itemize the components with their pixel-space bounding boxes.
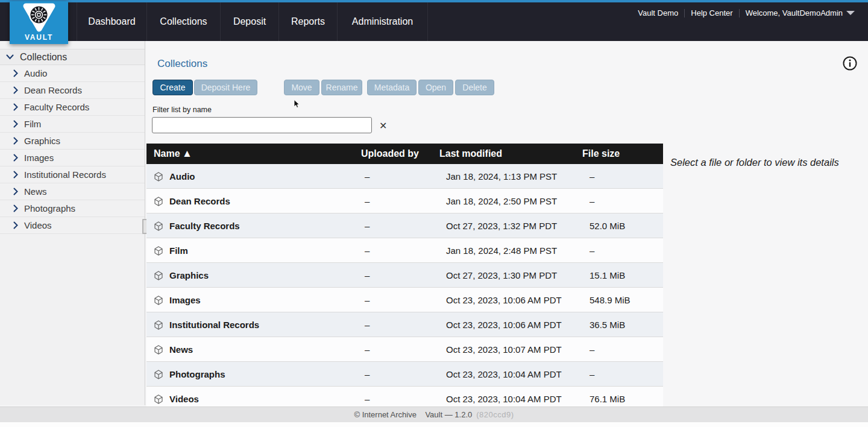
svg-text:VAULT: VAULT: [25, 33, 53, 42]
